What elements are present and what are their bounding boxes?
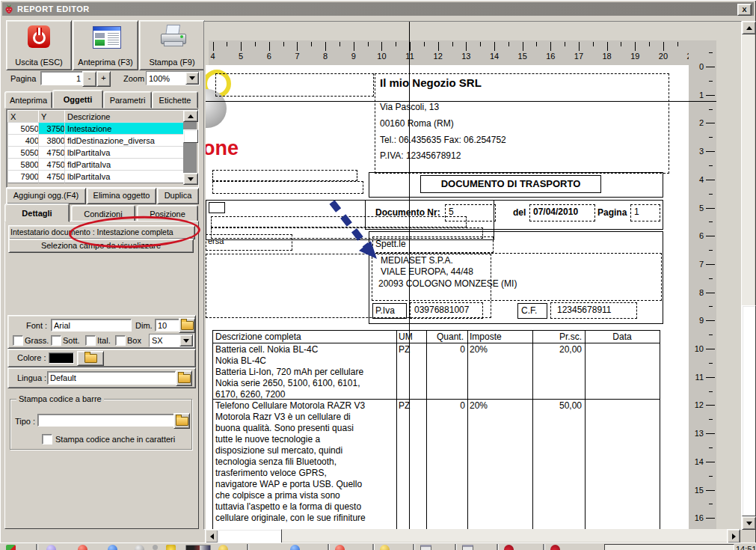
scroll-right-icon[interactable]: [727, 529, 740, 543]
ruler-tick: [709, 221, 713, 222]
barcode-browse-button[interactable]: [173, 413, 190, 429]
italic-checkbox[interactable]: [85, 335, 96, 346]
company-header-box[interactable]: Il mio Negozio SRL Via Pascoli, 13 00160…: [375, 73, 669, 174]
taskbar-icon[interactable]: [335, 545, 345, 550]
destination-field-box[interactable]: ersa: [206, 234, 292, 251]
close-button[interactable]: X: [737, 4, 752, 16]
piva-label-box[interactable]: P.Iva: [372, 303, 407, 319]
tab-etichette[interactable]: Etichette: [152, 91, 198, 109]
scroll-up-icon[interactable]: [742, 21, 756, 34]
underline-checkbox[interactable]: [51, 335, 61, 346]
scroll-down-icon[interactable]: [742, 516, 756, 530]
tab-dettagli[interactable]: Dettagli: [4, 204, 70, 222]
field-box[interactable]: [209, 202, 225, 213]
taskbar-sphere-icon[interactable]: [46, 545, 56, 550]
font-input[interactable]: [51, 319, 132, 331]
page-number-input[interactable]: [40, 71, 84, 85]
taskbar-sphere-icon[interactable]: [78, 545, 87, 550]
spett-field[interactable]: Spett.le: [372, 236, 494, 253]
print-button[interactable]: Stampa (F9): [139, 20, 205, 70]
language-input[interactable]: [47, 371, 176, 385]
taskbar-sphere-icon[interactable]: [108, 545, 117, 550]
items-table[interactable]: Descrizione completa UM Quant. Imposte P…: [212, 330, 660, 529]
recipient-field[interactable]: MEDIASET S.P.A. VIALE EUROPA, 44/48 2009…: [372, 253, 662, 301]
tab-oggetti[interactable]: Oggetti: [52, 90, 103, 109]
taskbar-screen-icon[interactable]: [185, 545, 211, 550]
grid-scroll-up-icon[interactable]: [183, 110, 198, 122]
doc-date-field[interactable]: 07/04/2010: [529, 204, 595, 221]
destination-fragment: ersa: [208, 236, 224, 245]
duplicate-button[interactable]: Duplica: [157, 188, 199, 204]
ruler-tick: [550, 42, 551, 51]
left-panel: Anteprima Oggetti Parametri Etichette X …: [3, 90, 200, 528]
preview-button[interactable]: Anteprima (F3): [73, 20, 138, 70]
doc-type-outer-box[interactable]: DOCUMENTO DI TRASPORTO: [369, 172, 663, 198]
taskbar-strawberry-icon[interactable]: [504, 545, 514, 550]
piva-field[interactable]: 03976881007: [410, 302, 483, 319]
delete-object-button[interactable]: Elimina oggetto: [87, 188, 156, 204]
page-plus-button[interactable]: +: [96, 71, 111, 87]
ruler-label: 15: [517, 52, 529, 61]
box-checkbox[interactable]: [115, 335, 126, 346]
grid-row-4-y[interactable]: 4750: [38, 170, 68, 183]
preview-window-icon: [93, 26, 121, 49]
taskbar-active-task-button[interactable]: [604, 544, 734, 550]
cf-label-box[interactable]: C.F.: [517, 303, 547, 319]
taskbar-window-icon[interactable]: [420, 545, 431, 550]
language-browse-button[interactable]: [176, 370, 192, 386]
barcode-type-input[interactable]: [37, 414, 175, 427]
taskbar-icon[interactable]: [290, 545, 300, 550]
color-label: Colore :: [17, 353, 46, 362]
grid-row-4-desc[interactable]: lblPartitaIva: [64, 170, 187, 183]
hscroll-thumb[interactable]: [218, 529, 282, 543]
preview-vscrollbar[interactable]: [742, 21, 755, 528]
color-browse-button[interactable]: [77, 351, 104, 366]
page-minus-button[interactable]: -: [82, 71, 96, 87]
doc-nr-field[interactable]: 5: [445, 204, 496, 221]
ruler-tick: [466, 42, 467, 51]
vscroll-thumb[interactable]: [742, 305, 756, 516]
taskbar-window-icon[interactable]: [462, 545, 473, 550]
grid-scrollbar[interactable]: [183, 110, 197, 185]
taskbar-sparkle-icon[interactable]: [166, 545, 176, 550]
ruler-tick: [565, 42, 565, 46]
color-swatch[interactable]: [49, 352, 74, 364]
barcode-type-label: Tipo :: [15, 417, 35, 426]
scroll-left-icon[interactable]: [205, 529, 218, 543]
zoom-select[interactable]: 100%: [146, 71, 200, 85]
dim-input[interactable]: [155, 319, 180, 331]
grid-row-4-x[interactable]: 7900: [7, 170, 42, 183]
chevron-down-icon[interactable]: [179, 334, 193, 346]
taskbar-sphere-icon[interactable]: [135, 545, 144, 550]
recipient-outer-box[interactable]: Spett.le MEDIASET S.P.A. VIALE EUROPA, 4…: [369, 231, 663, 324]
align-select[interactable]: SX: [149, 334, 194, 347]
taskbar-separator: [328, 544, 330, 550]
field-box[interactable]: [215, 73, 374, 97]
ruler-tick: [709, 194, 713, 195]
taskbar: 14:51: [0, 543, 756, 550]
chevron-down-icon[interactable]: [185, 72, 199, 85]
barcode-chars-checkbox[interactable]: [42, 434, 52, 444]
taskbar-icon[interactable]: [380, 545, 390, 550]
grid-scroll-down-icon[interactable]: [183, 173, 198, 185]
field-box[interactable]: [212, 170, 357, 181]
tab-parametri[interactable]: Parametri: [103, 91, 152, 109]
field-box[interactable]: [212, 181, 363, 194]
font-browse-button[interactable]: [179, 318, 195, 333]
preview-hscrollbar[interactable]: [205, 529, 740, 542]
grid-scroll-thumb[interactable]: [183, 129, 198, 143]
taskbar-dots-icon[interactable]: [218, 545, 228, 550]
taskbar-strawberry-icon[interactable]: [550, 545, 560, 550]
ruler-tick: [706, 180, 715, 180]
ruler-tick: [396, 42, 396, 46]
tab-anteprima[interactable]: Anteprima: [4, 91, 52, 109]
exit-button[interactable]: Uscita (ESC): [6, 20, 72, 70]
ruler-tick: [480, 42, 481, 46]
bold-checkbox[interactable]: [13, 335, 23, 346]
add-object-button[interactable]: Aggiungi ogg.(F4): [6, 188, 86, 204]
taskbar-app-icon[interactable]: [6, 545, 16, 550]
cf-field[interactable]: 12345678911: [550, 302, 637, 319]
doc-page-field[interactable]: 1: [630, 204, 660, 221]
taskbar-dot-icon[interactable]: [153, 545, 158, 550]
ruler-label: 5: [689, 204, 704, 213]
